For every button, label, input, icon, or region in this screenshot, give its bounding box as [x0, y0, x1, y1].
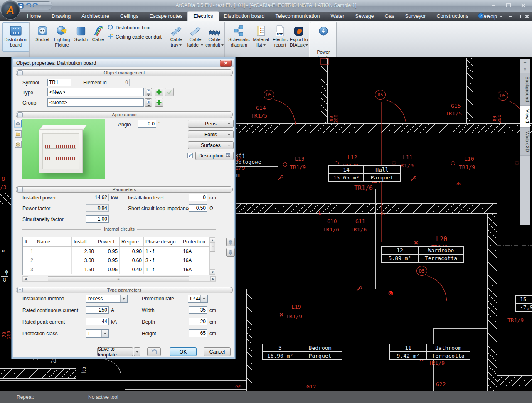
undo-changes-icon[interactable] [147, 347, 161, 356]
scroll-up-icon[interactable]: ▲ [210, 237, 215, 243]
view-tab-background[interactable]: Background [520, 73, 530, 106]
table-row[interactable]: 23.000.950.603 - f16A [23, 256, 216, 265]
ribbon-button-material-list[interactable]: Materiallist [251, 22, 271, 52]
description-checkbox[interactable]: ✓ [187, 153, 193, 158]
tab-home[interactable]: Home [22, 12, 46, 21]
impedance-input[interactable]: 0.50 [189, 204, 207, 212]
tab-electrics[interactable]: Electrics [188, 12, 218, 21]
column-header-phase-design[interactable]: Phase design [144, 237, 181, 246]
collapse-icon[interactable] [17, 112, 23, 117]
section-parameters[interactable]: Parameters [16, 186, 233, 193]
tab-constructions[interactable]: Constructions [431, 12, 474, 21]
ribbon-button-electric-report[interactable]: RTFElectricreport [271, 22, 289, 52]
collapse-icon[interactable] [17, 288, 23, 292]
tab-distribution-board[interactable]: Distribution board [219, 12, 270, 21]
undo-icon[interactable] [25, 3, 31, 9]
scroll-right-icon[interactable]: ▶ [210, 276, 216, 281]
height-input[interactable]: 65 [189, 329, 207, 337]
symbol-input[interactable]: TR1 [47, 79, 71, 86]
column-header-protection[interactable]: Protection [181, 237, 211, 246]
ribbon-button-cable-conduit[interactable]: Cableconduit [204, 22, 224, 52]
ribbon-button-schematic-diagram[interactable]: Schematicdiagram [227, 22, 251, 52]
ribbon-button-distribution-box[interactable]: Distribution box [107, 24, 150, 31]
depth-input[interactable]: 20 [189, 318, 207, 325]
table-hscrollbar[interactable]: ◀ ≡ ▶ [22, 276, 216, 282]
ribbon-button-socket[interactable]: Socket [32, 22, 52, 52]
restore-icon[interactable] [503, 2, 514, 8]
tab-architecture[interactable]: Architecture [76, 12, 115, 21]
view-tab-view-1[interactable]: View 1 [520, 106, 530, 127]
tab-water[interactable]: Water [325, 12, 350, 21]
table-row[interactable]: 31.500.950.401 - f16A [23, 265, 216, 274]
column-header-power-f-[interactable]: Power f... [96, 237, 120, 246]
row-move-down-icon[interactable] [226, 248, 235, 257]
angle-input[interactable]: 0.0 [138, 120, 156, 128]
save-to-template-dropdown-icon[interactable] [134, 347, 140, 356]
tab-ceilings[interactable]: Ceilings [115, 12, 144, 21]
section-object-management[interactable]: Object management [16, 69, 233, 76]
ribbon-button-cable-ladder[interactable]: Cableladder [185, 22, 205, 52]
group-add-icon[interactable] [155, 98, 163, 107]
redo-icon[interactable] [33, 3, 39, 9]
view-tab-widok-3d[interactable]: Widok 3D [520, 128, 530, 156]
column-header-name[interactable]: Name [35, 237, 72, 246]
row-move-up-icon[interactable] [226, 238, 235, 246]
collapse-icon[interactable] [17, 187, 23, 192]
help-dropdown-icon[interactable] [500, 16, 502, 17]
repeat-label[interactable]: Repeat: [17, 394, 34, 400]
pens-button[interactable]: Pens [188, 120, 234, 128]
width-input[interactable]: 35 [189, 306, 207, 314]
ribbon-button-switch[interactable]: Switch [71, 22, 91, 52]
scroll-down-icon[interactable]: ▼ [210, 269, 215, 275]
description-button[interactable]: Description [195, 152, 234, 160]
tab-escape-routes[interactable]: Escape routes [144, 12, 188, 21]
installation-level-input[interactable]: 0 [189, 194, 207, 201]
ok-button[interactable]: OK [170, 347, 197, 356]
dialog-close-icon[interactable]: ✕ [220, 60, 232, 67]
tab-telecommunication[interactable]: Telecommunication [270, 12, 325, 21]
simultaneity-input[interactable]: 1.00 [86, 215, 109, 223]
doc-minimize-icon[interactable] [508, 14, 513, 19]
scroll-thumb[interactable] [210, 243, 215, 252]
doc-close-icon[interactable] [525, 14, 530, 19]
add-view-icon[interactable]: + [520, 59, 530, 66]
app-logo[interactable]: A [1, 0, 20, 20]
tab-drawing[interactable]: Drawing [46, 12, 76, 21]
tab-surveyor[interactable]: Surveyor [400, 12, 431, 21]
ribbon-button-cable-tray[interactable]: Cabletray [167, 22, 185, 52]
doc-restore-icon[interactable] [516, 14, 521, 19]
close-view-icon[interactable]: × [520, 66, 530, 73]
type-combo[interactable]: <New> [47, 88, 144, 96]
close-icon[interactable] [518, 2, 529, 8]
internal-circuits-table[interactable]: It...NameInstall...Power f...Require...P… [22, 237, 216, 275]
tab-sewage[interactable]: Sewage [350, 12, 379, 21]
tab-gas[interactable]: Gas [379, 12, 400, 21]
preview-view-icon[interactable] [15, 120, 22, 127]
minimize-icon[interactable] [488, 2, 499, 8]
column-header-it-[interactable]: It... [23, 237, 35, 246]
dialog-title[interactable]: Object properties: Distribution board [13, 59, 234, 67]
table-row[interactable]: 12.800.950.901 - f16A [23, 247, 216, 256]
surfaces-button[interactable]: Surfaces [188, 141, 234, 149]
help-label[interactable]: Help [487, 14, 497, 20]
cancel-button[interactable]: Cancel [204, 347, 231, 356]
collapse-icon[interactable] [17, 70, 23, 75]
ribbon-button-export-to-dialux[interactable]: Export toDIALux [288, 22, 309, 52]
open-file-icon[interactable] [15, 130, 22, 138]
view-3d-icon[interactable] [15, 141, 22, 148]
table-vscrollbar[interactable]: ▲ ▼ [209, 237, 216, 275]
scroll-thumb[interactable]: ≡ [48, 276, 189, 281]
fonts-button[interactable]: Fonts [188, 130, 234, 138]
ribbon-button-ceiling-cable-conduit[interactable]: Ceiling cable conduit [107, 33, 162, 40]
installation-method-combo[interactable]: recess [86, 295, 128, 303]
ribbon-button-cable[interactable]: Cable [90, 22, 106, 52]
group-library-icon[interactable] [145, 98, 152, 107]
section-type-parameters[interactable]: Type parameters [16, 287, 233, 293]
protection-class-combo[interactable]: I [86, 329, 109, 338]
help-icon[interactable]: ? [478, 13, 484, 20]
type-library-icon[interactable] [145, 88, 152, 96]
protection-rate-combo[interactable]: IP 44 [188, 295, 208, 303]
rated-continuous-input[interactable]: 250 [86, 306, 109, 314]
rated-peak-input[interactable]: 44 [86, 318, 109, 325]
section-appearance[interactable]: Appearance [16, 111, 233, 118]
